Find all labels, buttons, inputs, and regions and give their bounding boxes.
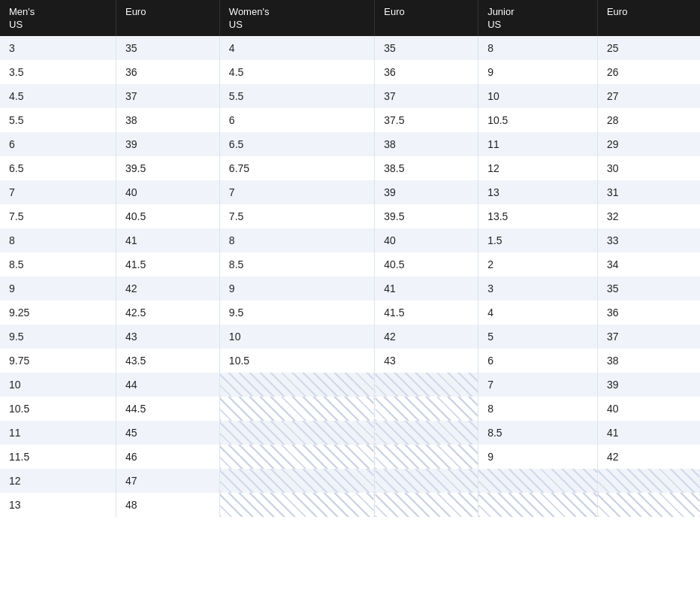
table-row: 4.5375.5371027 — [0, 84, 700, 108]
cell-mens_euro: 35 — [116, 36, 219, 60]
cell-junior_us: 7 — [478, 373, 598, 397]
table-row: 1247 — [0, 469, 700, 493]
cell-junior_us: 11 — [478, 132, 598, 156]
cell-womens_us: 6 — [219, 108, 374, 132]
column-header-1: Euro — [116, 0, 219, 36]
cell-mens_euro: 44 — [116, 373, 219, 397]
cell-junior_euro: 25 — [597, 36, 700, 60]
cell-mens_euro: 47 — [116, 469, 219, 493]
table-row: 6396.5381129 — [0, 132, 700, 156]
cell-junior_us: 8 — [478, 36, 598, 60]
cell-womens_euro — [375, 493, 478, 517]
cell-junior_us: 13 — [478, 180, 598, 204]
cell-mens_us: 13 — [0, 493, 116, 517]
cell-junior_us: 9 — [478, 445, 598, 469]
cell-junior_euro: 31 — [597, 180, 700, 204]
cell-junior_euro: 41 — [597, 421, 700, 445]
cell-junior_euro: 35 — [597, 276, 700, 300]
cell-junior_euro — [597, 493, 700, 517]
cell-mens_us: 11.5 — [0, 445, 116, 469]
cell-mens_euro: 48 — [116, 493, 219, 517]
cell-mens_euro: 41.5 — [116, 252, 219, 276]
cell-womens_us: 9 — [219, 276, 374, 300]
cell-mens_us: 9.75 — [0, 349, 116, 373]
cell-mens_us: 11 — [0, 421, 116, 445]
table-row: 8.541.58.540.5234 — [0, 252, 700, 276]
cell-junior_euro: 39 — [597, 373, 700, 397]
cell-womens_us — [219, 373, 374, 397]
cell-mens_euro: 43.5 — [116, 349, 219, 373]
cell-mens_us: 10 — [0, 373, 116, 397]
cell-mens_euro: 39.5 — [116, 156, 219, 180]
cell-junior_euro: 29 — [597, 132, 700, 156]
cell-mens_us: 8.5 — [0, 252, 116, 276]
cell-womens_us — [219, 397, 374, 421]
cell-junior_us: 5 — [478, 325, 598, 349]
cell-junior_euro: 30 — [597, 156, 700, 180]
table-row: 10.544.5840 — [0, 397, 700, 421]
cell-junior_us: 6 — [478, 349, 598, 373]
cell-womens_us: 7 — [219, 180, 374, 204]
table-row: 11.546942 — [0, 445, 700, 469]
cell-junior_euro: 36 — [597, 300, 700, 325]
cell-mens_us: 9.5 — [0, 325, 116, 349]
cell-junior_us: 9 — [478, 60, 598, 84]
cell-junior_us: 8 — [478, 397, 598, 421]
cell-junior_us: 10 — [478, 84, 598, 108]
col-label: US — [229, 19, 365, 30]
cell-womens_euro: 39 — [375, 180, 478, 204]
col-label: Euro — [384, 6, 469, 17]
cell-womens_euro: 41 — [375, 276, 478, 300]
table-row: 9.7543.510.543638 — [0, 349, 700, 373]
cell-mens_euro: 41 — [116, 228, 219, 252]
table-row: 7.540.57.539.513.532 — [0, 204, 700, 228]
cell-womens_euro — [375, 469, 478, 493]
table-row: 335435825 — [0, 36, 700, 60]
cell-junior_us: 4 — [478, 300, 598, 325]
col-label: Euro — [607, 6, 691, 17]
cell-junior_euro — [597, 469, 700, 493]
section-label: Women's — [229, 6, 365, 17]
cell-womens_us: 7.5 — [219, 204, 374, 228]
cell-mens_us: 3 — [0, 36, 116, 60]
cell-junior_us: 13.5 — [478, 204, 598, 228]
table-row: 5.538637.510.528 — [0, 108, 700, 132]
cell-womens_euro: 42 — [375, 325, 478, 349]
cell-womens_us: 6.5 — [219, 132, 374, 156]
cell-junior_euro: 37 — [597, 325, 700, 349]
cell-womens_us: 6.75 — [219, 156, 374, 180]
table-row: 1044739 — [0, 373, 700, 397]
table-row: 11458.541 — [0, 421, 700, 445]
cell-womens_euro: 41.5 — [375, 300, 478, 325]
cell-womens_us — [219, 421, 374, 445]
cell-junior_euro: 32 — [597, 204, 700, 228]
cell-womens_euro: 35 — [375, 36, 478, 60]
table-row: 8418401.533 — [0, 228, 700, 252]
table-row: 1348 — [0, 493, 700, 517]
cell-womens_us: 5.5 — [219, 84, 374, 108]
cell-junior_euro: 40 — [597, 397, 700, 421]
table-row: 942941335 — [0, 276, 700, 300]
cell-mens_us: 8 — [0, 228, 116, 252]
column-header-4: JuniorUS — [478, 0, 598, 36]
cell-mens_us: 9 — [0, 276, 116, 300]
cell-mens_euro: 43 — [116, 325, 219, 349]
cell-womens_euro: 37 — [375, 84, 478, 108]
col-label: Euro — [125, 6, 210, 17]
table-row: 9.2542.59.541.5436 — [0, 300, 700, 325]
cell-mens_us: 6 — [0, 132, 116, 156]
cell-mens_us: 3.5 — [0, 60, 116, 84]
cell-junior_euro: 28 — [597, 108, 700, 132]
cell-junior_euro: 26 — [597, 60, 700, 84]
cell-mens_us: 7.5 — [0, 204, 116, 228]
cell-mens_euro: 46 — [116, 445, 219, 469]
section-label: Men's — [9, 6, 107, 17]
cell-mens_us: 12 — [0, 469, 116, 493]
cell-junior_euro: 38 — [597, 349, 700, 373]
cell-womens_euro — [375, 445, 478, 469]
cell-junior_us — [478, 469, 598, 493]
cell-mens_euro: 42.5 — [116, 300, 219, 325]
cell-womens_euro: 38.5 — [375, 156, 478, 180]
size-chart-table: Men'sUSEuroWomen'sUSEuroJuniorUSEuro 335… — [0, 0, 700, 517]
table-row: 6.539.56.7538.51230 — [0, 156, 700, 180]
